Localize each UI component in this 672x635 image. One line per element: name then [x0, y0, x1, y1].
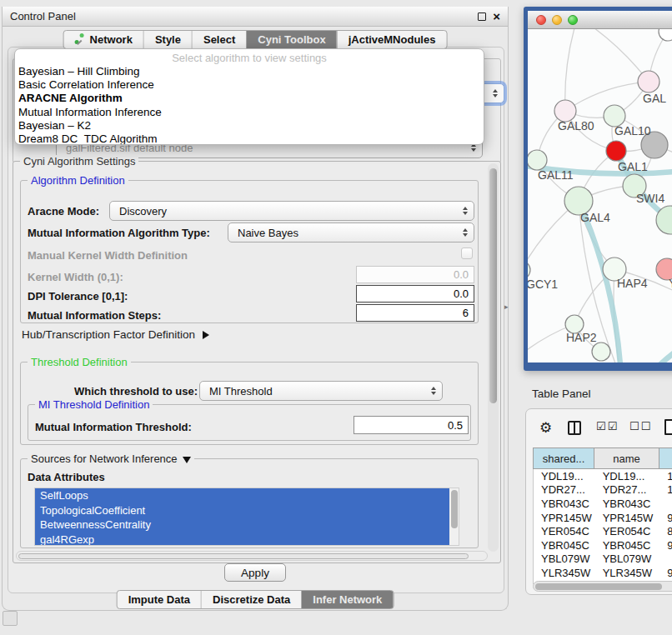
columns-icon[interactable] [568, 421, 581, 435]
panel-resize-handle[interactable]: ▸ [504, 302, 509, 311]
table-horizontal-scrollbar[interactable] [533, 581, 672, 592]
dropdown-item-dream8-dc-tdc-algorithm[interactable]: Dream8 DC_TDC Algorithm [15, 132, 484, 145]
window-zoom-button[interactable] [568, 15, 578, 25]
bottom-tab-infer-network[interactable]: Infer Network [301, 591, 393, 608]
column-header-shared[interactable]: shared... [533, 448, 594, 469]
network-edge[interactable] [578, 29, 649, 82]
table-row[interactable]: YBR043CYBR043C [534, 497, 672, 511]
data-attribute-item-gal4rgexp[interactable]: gal4RGexp [35, 532, 459, 547]
cyni-algorithm-settings-box: Cyni Algorithm Settings Algorithm Defini… [13, 161, 501, 563]
network-icon [75, 34, 85, 45]
table-row[interactable]: YBL079WYBL079W [534, 552, 672, 567]
network-node[interactable] [659, 29, 672, 41]
tab-label: Impute Data [128, 593, 190, 606]
tab-label: Infer Network [313, 593, 382, 606]
table-cell: YBR043C [595, 498, 660, 510]
data-attributes-list: SelfLoopsTopologicalCoefficientBetweenne… [34, 488, 459, 546]
collapse-arrow-icon [183, 457, 191, 463]
deselect-all-boxes-icon[interactable]: ☐☐ [629, 420, 652, 432]
data-attribute-item-selfloops[interactable]: SelfLoops [35, 488, 459, 503]
tab-label: Discretize Data [213, 593, 290, 606]
close-panel-icon[interactable]: × [493, 12, 500, 21]
list-vertical-scrollbar[interactable] [449, 488, 459, 545]
table-cell: 9. [659, 512, 672, 524]
network-edge[interactable] [565, 82, 649, 111]
network-node-gcy1[interactable] [528, 261, 530, 279]
select-all-checks-icon[interactable]: ☑☑ [596, 420, 619, 432]
mi-steps-input[interactable]: 6 [356, 304, 474, 322]
window-close-button[interactable] [536, 15, 546, 25]
manual-kernel-label: Manual Kernel Width Definition [28, 249, 188, 262]
dropdown-item-basic-correlation-inference[interactable]: Basic Correlation Inference [15, 78, 484, 92]
control-panel-tabs: NetworkStyleSelectCyni ToolboxjActiveMNo… [63, 30, 448, 49]
spinner-arrows-icon [463, 207, 468, 215]
hub-definition-label: Hub/Transcription Factor Definition [22, 328, 195, 341]
tab-label: jActiveMNodules [349, 33, 436, 46]
network-node-gal11[interactable] [528, 150, 547, 170]
aracne-mode-label: Aracne Mode: [28, 205, 99, 218]
aracne-mode-combo[interactable]: Discovery [109, 201, 474, 221]
gear-icon[interactable]: ⚙ [539, 419, 552, 438]
apply-button[interactable]: Apply [224, 563, 286, 582]
network-window-titlebar[interactable] [528, 11, 672, 29]
float-panel-icon[interactable] [478, 12, 486, 21]
table-cell: 8. [659, 525, 672, 538]
which-threshold-combo[interactable]: MI Threshold [199, 381, 443, 401]
manual-kernel-checkbox[interactable] [461, 248, 473, 259]
dpi-tolerance-input[interactable]: 0.0 [356, 285, 474, 302]
settings-vertical-scrollbar[interactable] [488, 163, 499, 552]
tab-select[interactable]: Select [192, 31, 246, 48]
bottom-tab-discretize-data[interactable]: Discretize Data [201, 591, 301, 608]
column-header-a[interactable]: A [659, 448, 672, 469]
table-row[interactable]: YDR27...YDR27...12. [534, 483, 672, 498]
node-table: shared...nameA YDL19...YDL19...13.YDR27.… [533, 448, 672, 584]
kernel-width-input[interactable]: 0.0 [356, 266, 474, 283]
table-row[interactable]: YDL19...YDL19...13. [534, 469, 672, 483]
network-node[interactable] [592, 342, 610, 361]
hub-definition-expander[interactable]: Hub/Transcription Factor Definition [22, 328, 209, 341]
table-cell: YER054C [595, 525, 660, 538]
control-panel-titlebar: Control Panel × [3, 7, 508, 27]
scrollbar-thumb[interactable] [18, 553, 469, 560]
export-table-icon[interactable] [664, 419, 672, 435]
table-panel-title: Table Panel [524, 382, 672, 406]
threshold-definition-fieldset: Threshold Definition Which threshold to … [20, 362, 479, 445]
data-attribute-item-betweennesscentrality[interactable]: BetweennessCentrality [35, 518, 459, 532]
window-minimize-button[interactable] [552, 15, 562, 25]
data-attribute-item-topologicalcoefficient[interactable]: TopologicalCoefficient [35, 503, 459, 518]
dropdown-item-aracne-algorithm[interactable]: ARACNE Algorithm [15, 92, 484, 105]
table-row[interactable]: YPR145WYPR145W9. [534, 511, 672, 525]
tab-network[interactable]: Network [64, 31, 143, 48]
column-header-name[interactable]: name [594, 448, 659, 469]
network-node-gal1[interactable] [606, 141, 626, 161]
expand-arrow-icon [203, 331, 209, 339]
settings-horizontal-scrollbar[interactable] [16, 551, 488, 561]
tab-cyni-toolbox[interactable]: Cyni Toolbox [246, 31, 336, 48]
table-cell: YDR27... [595, 483, 660, 496]
table-cell: YBR043C [534, 498, 595, 510]
mi-algorithm-type-combo[interactable]: Naive Bayes [228, 222, 474, 242]
scrollbar-thumb[interactable] [489, 168, 497, 403]
bottom-tab-impute-data[interactable]: Impute Data [118, 591, 201, 608]
tab-style[interactable]: Style [143, 31, 192, 48]
network-edge[interactable] [565, 29, 578, 111]
scrollbar-thumb[interactable] [535, 583, 662, 590]
table-cell: 13. [659, 470, 672, 482]
table-row[interactable]: YER054CYER054C8. [534, 524, 672, 538]
table-cell: YLR345W [534, 567, 595, 579]
mi-threshold-input[interactable]: 0.5 [354, 416, 469, 434]
collapsed-panel-icon[interactable] [3, 611, 18, 626]
dropdown-item-bayesian-k2[interactable]: Bayesian – K2 [15, 119, 484, 132]
mi-steps-label: Mutual Information Steps: [28, 309, 161, 322]
network-node-gal[interactable] [638, 71, 659, 92]
threshold-definition-legend: Threshold Definition [28, 356, 131, 368]
node-label-swi4: SWI4 [636, 192, 664, 205]
dropdown-item-bayesian-hill-climbing[interactable]: Bayesian – Hill Climbing [15, 65, 484, 78]
table-row[interactable]: YLR345WYLR345W9. [534, 566, 672, 580]
table-row[interactable]: YBR045CYBR045C9. [534, 538, 672, 552]
spinner-arrows-icon [431, 387, 436, 395]
network-edge[interactable] [626, 336, 672, 362]
tab-jactivemnodules[interactable]: jActiveMNodules [337, 31, 447, 48]
network-canvas[interactable]: GALGAL80GAL10GAL1GAL11SWI4GAL4GCY1HAP4YH… [528, 29, 672, 362]
dropdown-item-mutual-information-inference[interactable]: Mutual Information Inference [15, 106, 484, 119]
